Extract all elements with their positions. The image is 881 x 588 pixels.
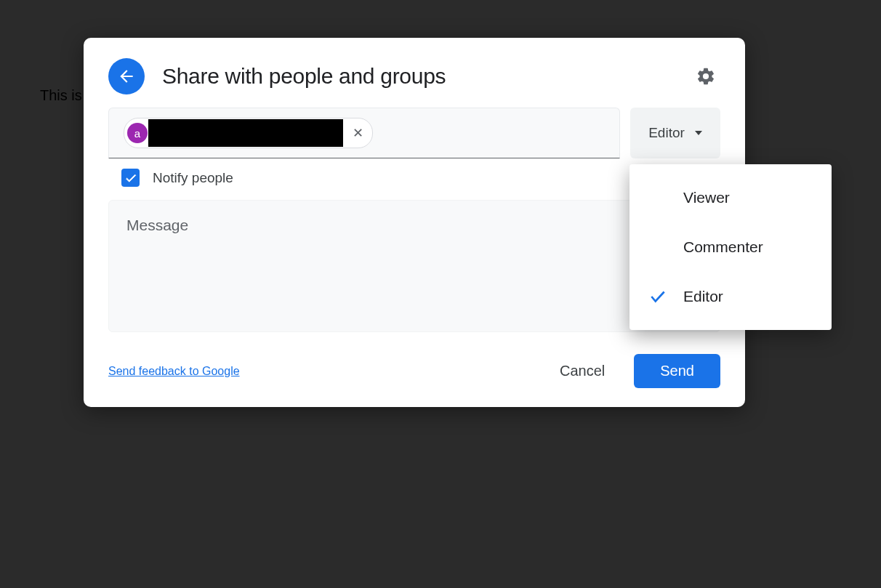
send-button[interactable]: Send — [634, 354, 720, 388]
back-button[interactable] — [108, 58, 145, 94]
role-option-check — [648, 287, 683, 306]
role-dropdown-label: Editor — [648, 125, 685, 141]
recipient-chip: a ✕ — [124, 118, 373, 148]
check-icon — [124, 172, 137, 185]
caret-down-icon — [695, 131, 702, 135]
dialog-footer: Send feedback to Google Cancel Send — [84, 332, 745, 407]
recipient-name-redacted — [148, 119, 343, 147]
notify-checkbox[interactable] — [121, 169, 140, 187]
settings-button[interactable] — [691, 62, 720, 91]
gear-icon — [696, 66, 716, 86]
message-input[interactable]: Message — [108, 200, 720, 332]
role-option-label: Commenter — [683, 238, 763, 256]
role-dropdown-button[interactable]: Editor — [630, 108, 720, 158]
avatar: a — [127, 123, 148, 143]
check-icon — [648, 287, 667, 306]
feedback-link[interactable]: Send feedback to Google — [108, 365, 544, 378]
message-placeholder: Message — [126, 217, 702, 234]
arrow-left-icon — [117, 67, 136, 86]
cancel-button[interactable]: Cancel — [544, 354, 621, 388]
role-option-viewer[interactable]: Viewer — [629, 173, 832, 222]
background-document-text: This is — [40, 87, 82, 104]
recipient-input[interactable]: a ✕ — [108, 108, 620, 158]
dialog-header: Share with people and groups — [84, 38, 745, 108]
role-option-commenter[interactable]: Commenter — [629, 222, 832, 272]
role-dropdown-menu: Viewer Commenter Editor — [629, 164, 832, 330]
dialog-title: Share with people and groups — [162, 64, 691, 89]
notify-label: Notify people — [153, 170, 233, 186]
role-option-label: Editor — [683, 288, 723, 305]
remove-chip-button[interactable]: ✕ — [346, 121, 369, 145]
recipient-row: a ✕ Editor — [84, 108, 745, 158]
role-option-label: Viewer — [683, 189, 730, 206]
role-option-editor[interactable]: Editor — [629, 272, 832, 321]
